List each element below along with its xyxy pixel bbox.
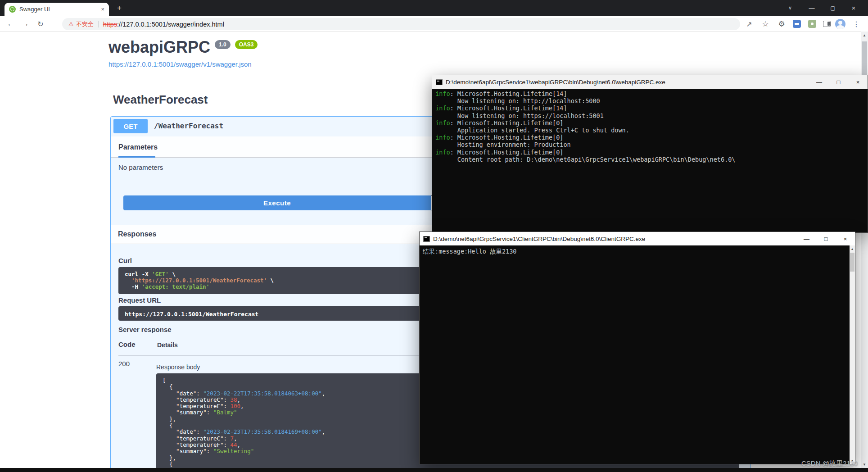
extension-icon-blue[interactable] (791, 18, 803, 30)
scrollbar-up-icon[interactable]: ▲ (861, 32, 868, 39)
address-bar[interactable]: ⚠ 不安全 https://127.0.0.1:5001/swagger/ind… (62, 18, 740, 30)
console1-title: D:\demo\net6api\GrpcService1\webapiGRPC\… (446, 79, 806, 86)
curl-label: Curl (118, 257, 132, 264)
csdn-watermark: CSDN @故里2130 (801, 459, 858, 468)
window-maximize-button[interactable]: ▢ (823, 0, 843, 16)
console1-window-buttons: — □ × (809, 75, 868, 89)
api-title-row: webapiGRPC 1.0 OAS3 (108, 38, 258, 57)
request-url-value: https://127.0.0.1:5001/WeatherForecast (125, 311, 258, 318)
console1-minimize-button[interactable]: — (809, 75, 829, 89)
get-method-button[interactable]: GET (113, 119, 148, 133)
console2-scrollbar[interactable]: ▲ ▼ (850, 245, 855, 464)
request-url-label: Request URL (118, 296, 161, 304)
api-version-badge: 1.0 (215, 40, 231, 49)
reload-icon[interactable]: ↻ (34, 18, 47, 30)
details-column-header: Details (157, 341, 178, 349)
console1-output: info: Microsoft.Hosting.Lifetime[14] Now… (432, 89, 868, 232)
responses-title: Responses (118, 230, 156, 238)
scrollbar-down-icon[interactable]: ▼ (861, 461, 868, 468)
execute-button[interactable]: Execute (123, 195, 431, 210)
url-scheme: https (103, 21, 117, 28)
console1-maximize-button[interactable]: □ (829, 75, 848, 89)
avatar-shape (835, 19, 845, 29)
side-panel-shape (823, 21, 831, 27)
extension-blue-shape (793, 20, 801, 28)
operation-path: /WeatherForecast (154, 122, 223, 130)
no-parameters-text: No parameters (118, 163, 163, 171)
console-window-webapigrpc: D:\demo\net6api\GrpcService1\webapiGRPC\… (432, 75, 868, 233)
security-warning[interactable]: ⚠ 不安全 (68, 20, 94, 28)
warning-icon: ⚠ (68, 21, 74, 27)
bookmark-star-icon[interactable]: ☆ (759, 18, 772, 30)
browser-tab-swagger[interactable]: Swagger UI × (5, 3, 109, 16)
api-title: webapiGRPC (108, 38, 210, 57)
console1-titlebar[interactable]: D:\demo\net6api\GrpcService1\webapiGRPC\… (432, 75, 868, 89)
console2-window-buttons: — □ × (797, 232, 855, 245)
parameters-active-underline (118, 156, 155, 158)
console-icon (423, 236, 430, 242)
back-icon[interactable]: ← (5, 18, 17, 30)
console2-scroll-thumb[interactable] (850, 253, 854, 272)
console2-titlebar[interactable]: D:\demo\net6api\GrpcService1\ClientGRPC\… (420, 232, 855, 245)
console-window-clientgrpc: D:\demo\net6api\GrpcService1\ClientGRPC\… (419, 231, 855, 464)
side-panel-icon[interactable] (820, 18, 833, 30)
taskbar-edge-strip (0, 468, 868, 472)
omnibox-divider (98, 21, 99, 27)
extension-icon-green[interactable] (806, 18, 818, 30)
controller-group-title: WeatherForecast (113, 93, 208, 107)
browser-toolbar: ← → ↻ ⚠ 不安全 https://127.0.0.1:5001/swagg… (0, 16, 868, 32)
server-response-label: Server response (118, 326, 172, 333)
oas3-badge: OAS3 (235, 40, 258, 49)
extension-green-shape (808, 20, 816, 28)
console2-close-button[interactable]: × (836, 232, 855, 245)
console2-maximize-button[interactable]: □ (816, 232, 836, 245)
url-text: https://127.0.0.1:5001/swagger/index.htm… (103, 21, 224, 28)
console1-close-button[interactable]: × (848, 75, 868, 89)
console2-minimize-button[interactable]: — (797, 232, 816, 245)
tab-close-icon[interactable]: × (101, 6, 104, 13)
forward-icon[interactable]: → (19, 18, 32, 30)
console2-output: 结果:message:Hello 故里2130 (420, 245, 855, 464)
status-code: 200 (118, 360, 130, 368)
new-tab-button[interactable]: + (114, 3, 124, 13)
console2-title: D:\demo\net6api\GrpcService1\ClientGRPC\… (433, 236, 794, 242)
url-rest: ://127.0.0.1:5001/swagger/index.html (117, 21, 224, 28)
window-close-button[interactable]: × (844, 0, 863, 16)
security-warning-label: 不安全 (76, 20, 94, 28)
response-body-label: Response body (156, 363, 200, 371)
tab-title: Swagger UI (19, 6, 97, 13)
share-icon[interactable]: ↗ (743, 18, 755, 30)
extension-gear-icon[interactable]: ⚙ (775, 18, 788, 30)
console2-scroll-up-icon[interactable]: ▲ (850, 245, 855, 252)
swagger-spec-link[interactable]: https://127.0.0.1:5001/swagger/v1/swagge… (108, 60, 252, 68)
profile-avatar[interactable] (834, 18, 846, 30)
code-column-header: Code (118, 340, 136, 348)
window-minimize-button[interactable]: — (802, 0, 822, 16)
browser-tabstrip: Swagger UI × + ∨ — ▢ × (0, 0, 868, 16)
tab-search-chevron-icon[interactable]: ∨ (780, 0, 800, 16)
browser-menu-icon[interactable]: ⋮ (852, 18, 861, 30)
swagger-favicon (9, 6, 16, 13)
parameters-title: Parameters (118, 143, 158, 151)
console-icon (436, 79, 443, 85)
